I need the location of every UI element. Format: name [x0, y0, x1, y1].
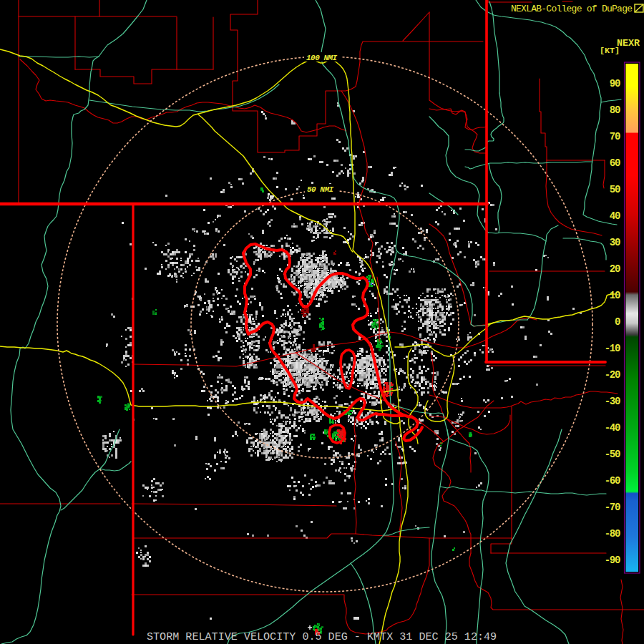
svg-text:-90: -90: [605, 555, 620, 566]
svg-text:90: 90: [610, 78, 620, 89]
svg-text:-70: -70: [605, 502, 620, 513]
svg-text:60: 60: [610, 157, 620, 169]
svg-text:NEXLAB-College of DuPage: NEXLAB-College of DuPage: [511, 4, 632, 14]
svg-text:-20: -20: [605, 369, 620, 381]
svg-text:-60: -60: [605, 475, 620, 487]
svg-text:-40: -40: [605, 422, 620, 434]
svg-text:-10: -10: [605, 343, 620, 354]
svg-text:40: 40: [610, 210, 620, 222]
svg-text:100 NMI: 100 NMI: [306, 54, 338, 62]
svg-text:50 NMI: 50 NMI: [307, 185, 334, 194]
svg-text:0: 0: [615, 316, 620, 328]
svg-text:STORM RELATIVE VELOCITY 0.5 DE: STORM RELATIVE VELOCITY 0.5 DEG - KMTX 3…: [147, 630, 497, 643]
svg-text:NEXR: NEXR: [617, 38, 640, 49]
svg-text:[KT]: [KT]: [600, 46, 620, 56]
svg-text:-80: -80: [605, 528, 620, 540]
svg-text:80: 80: [610, 104, 620, 116]
svg-text:30: 30: [610, 237, 620, 248]
svg-text:10: 10: [610, 290, 620, 301]
svg-text:70: 70: [610, 131, 620, 142]
svg-text:50: 50: [610, 184, 620, 195]
svg-text:-30: -30: [605, 396, 620, 407]
svg-text:20: 20: [610, 263, 620, 275]
svg-text:-50: -50: [605, 449, 620, 460]
